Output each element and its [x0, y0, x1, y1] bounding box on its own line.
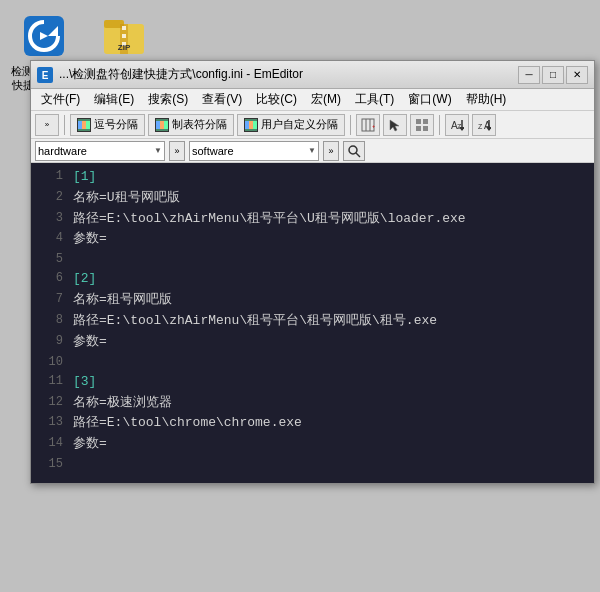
svg-text:Z: Z: [478, 123, 483, 130]
line-content-13: 路径=E:\tool\chrome\chrome.exe: [73, 413, 590, 434]
line-content-2: 名称=U租号网吧版: [73, 188, 590, 209]
editor-line-9: 9 参数=: [31, 332, 594, 353]
toolbar-comma-sep[interactable]: 逗号分隔: [70, 114, 145, 136]
menu-help[interactable]: 帮助(H): [460, 89, 513, 110]
editor-line-15: 15: [31, 455, 594, 474]
line-num-10: 10: [35, 353, 63, 372]
svg-text:E: E: [42, 70, 49, 81]
svg-rect-11: [78, 121, 82, 129]
line-num-12: 12: [35, 393, 63, 412]
toolbar-sep1: [64, 115, 65, 135]
tab-sep-label: 制表符分隔: [172, 117, 227, 132]
line-content-1: [1]: [73, 167, 590, 188]
line-num-14: 14: [35, 434, 63, 453]
editor-line-8: 8 路径=E:\tool\zhAirMenu\租号平台\租号网吧版\租号.exe: [31, 311, 594, 332]
search-button[interactable]: [343, 141, 365, 161]
menu-edit[interactable]: 编辑(E): [88, 89, 140, 110]
line-num-3: 3: [35, 209, 63, 228]
hardware-dropdown-wrapper: hardtware: [35, 141, 165, 161]
svg-text:+: +: [372, 123, 375, 129]
desktop: 检测盘符创建快捷方式.exe ZIP 检测盘符创建快捷方式.zip: [0, 0, 600, 592]
editor-line-13: 13 路径=E:\tool\chrome\chrome.exe: [31, 413, 594, 434]
comma-sep-label: 逗号分隔: [94, 117, 138, 132]
line-content-6: [2]: [73, 269, 590, 290]
window-title: ...\检测盘符创建快捷方式\config.ini - EmEditor: [59, 66, 518, 83]
line-content-7: 名称=租号网吧版: [73, 290, 590, 311]
editor-area[interactable]: 1 [1] 2 名称=U租号网吧版 3 路径=E:\tool\zhAirMenu…: [31, 163, 594, 483]
title-bar: E ...\检测盘符创建快捷方式\config.ini - EmEditor ─…: [31, 61, 594, 89]
comma-sep-icon: [77, 118, 91, 132]
line-content-3: 路径=E:\tool\zhAirMenu\租号平台\U租号网吧版\loader.…: [73, 209, 590, 230]
window-controls: ─ □ ✕: [518, 66, 588, 84]
editor-line-10: 10: [31, 353, 594, 372]
toolbar-sep3: [439, 115, 440, 135]
svg-rect-19: [253, 121, 257, 129]
svg-rect-17: [245, 121, 249, 129]
line-num-9: 9: [35, 332, 63, 351]
line-num-4: 4: [35, 229, 63, 248]
close-button[interactable]: ✕: [566, 66, 588, 84]
emeditor-window: E ...\检测盘符创建快捷方式\config.ini - EmEditor ─…: [30, 60, 595, 484]
editor-line-2: 2 名称=U租号网吧版: [31, 188, 594, 209]
maximize-button[interactable]: □: [542, 66, 564, 84]
svg-text:ZIP: ZIP: [118, 43, 131, 52]
svg-rect-28: [423, 126, 428, 131]
menu-file[interactable]: 文件(F): [35, 89, 86, 110]
toolbar-sort-desc-btn[interactable]: ZA: [472, 114, 496, 136]
software-dropdown[interactable]: software: [189, 141, 319, 161]
menu-window[interactable]: 窗口(W): [402, 89, 457, 110]
editor-line-11: 11 [3]: [31, 372, 594, 393]
line-num-5: 5: [35, 250, 63, 269]
svg-rect-25: [416, 119, 421, 124]
menu-search[interactable]: 搜索(S): [142, 89, 194, 110]
svg-rect-14: [156, 121, 160, 129]
line-num-15: 15: [35, 455, 63, 474]
editor-line-1: 1 [1]: [31, 167, 594, 188]
svg-rect-15: [160, 121, 164, 129]
svg-rect-16: [164, 121, 168, 129]
editor-line-12: 12 名称=极速浏览器: [31, 393, 594, 414]
menu-tools[interactable]: 工具(T): [349, 89, 400, 110]
line-content-12: 名称=极速浏览器: [73, 393, 590, 414]
line-num-1: 1: [35, 167, 63, 186]
editor-line-4: 4 参数=: [31, 229, 594, 250]
software-dropdown-wrapper: software: [189, 141, 319, 161]
editor-line-3: 3 路径=E:\tool\zhAirMenu\租号平台\U租号网吧版\loade…: [31, 209, 594, 230]
line-content-9: 参数=: [73, 332, 590, 353]
svg-point-37: [349, 146, 357, 154]
line-num-6: 6: [35, 269, 63, 288]
toolbar-sort-asc-btn[interactable]: AZ: [445, 114, 469, 136]
line-num-8: 8: [35, 311, 63, 330]
hardware-dropdown[interactable]: hardtware: [35, 141, 165, 161]
line-content-14: 参数=: [73, 434, 590, 455]
toolbar-cursor-btn[interactable]: [383, 114, 407, 136]
software-forward-btn[interactable]: »: [323, 141, 339, 161]
svg-rect-27: [416, 126, 421, 131]
menu-view[interactable]: 查看(V): [196, 89, 248, 110]
svg-rect-5: [122, 26, 126, 30]
minimize-button[interactable]: ─: [518, 66, 540, 84]
line-num-7: 7: [35, 290, 63, 309]
toolbar-custom-sep[interactable]: 用户自定义分隔: [237, 114, 345, 136]
editor-line-7: 7 名称=租号网吧版: [31, 290, 594, 311]
line-content-4: 参数=: [73, 229, 590, 250]
line-num-11: 11: [35, 372, 63, 391]
toolbar-add-col-btn[interactable]: +: [356, 114, 380, 136]
exe-icon: [20, 12, 68, 60]
menu-compare[interactable]: 比较(C): [250, 89, 303, 110]
toolbar-expand-btn[interactable]: »: [35, 114, 59, 136]
emeditor-app-icon: E: [37, 67, 53, 83]
custom-sep-icon: [244, 118, 258, 132]
toolbar-tab-sep[interactable]: 制表符分隔: [148, 114, 234, 136]
toolbar-row1: » 逗号分隔 制表符分隔 用户自定义分隔: [31, 111, 594, 139]
line-content-11: [3]: [73, 372, 590, 393]
toolbar-grid-btn[interactable]: [410, 114, 434, 136]
svg-rect-26: [423, 119, 428, 124]
svg-rect-18: [249, 121, 253, 129]
line-num-2: 2: [35, 188, 63, 207]
menu-macro[interactable]: 宏(M): [305, 89, 347, 110]
svg-rect-12: [82, 121, 86, 129]
hardware-forward-btn[interactable]: »: [169, 141, 185, 161]
editor-line-6: 6 [2]: [31, 269, 594, 290]
tab-sep-icon: [155, 118, 169, 132]
